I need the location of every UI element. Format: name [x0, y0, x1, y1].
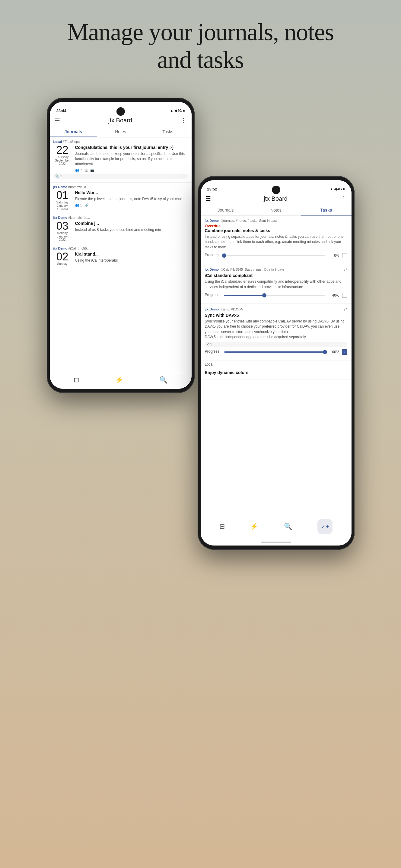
lightning-icon-right[interactable]: ⚡	[250, 523, 258, 530]
entry-4-tag: #iCal, #rfc55...	[68, 247, 90, 250]
entry-1-image-icon: 🖼	[85, 168, 88, 172]
entry-2-collection: jtx Demo	[53, 185, 67, 189]
entry-2-tag: #hotnews, #...	[68, 185, 89, 189]
hero-title: Manage your journals, notes and tasks	[65, 18, 337, 73]
task-2-body: Using the iCal standard ensures compatib…	[205, 279, 347, 290]
tabs-right: Journals Notes Tasks	[201, 205, 351, 216]
entry-1-tag: #FirstSteps	[63, 140, 80, 144]
entry-4-title: iCal stand...	[75, 251, 188, 257]
entry-1-tags: Local #FirstSteps	[53, 140, 188, 144]
status-icons-left: ▲ ◀ 4G ■	[170, 109, 185, 113]
entry-2-time: 4:10 AM	[53, 207, 71, 211]
task-2-track[interactable]	[224, 295, 325, 296]
task-1-checkbox[interactable]	[342, 253, 347, 258]
entry-2-people: 👥 1	[75, 204, 82, 207]
camera-notch-right	[272, 186, 280, 194]
task-3-track[interactable]	[224, 351, 325, 352]
task-3-tags: #sync, #DAVx5	[221, 307, 243, 311]
tabs-left: Journals Notes Tasks	[50, 126, 192, 137]
task-1-title: Combine journals, notes & tasks	[205, 228, 347, 233]
entry-1-date: 22 Thursday September2022	[53, 145, 71, 165]
fab-icon: ✓+	[321, 523, 330, 530]
time-right: 23:52	[207, 187, 217, 191]
task-2-progress: Progress 40%	[205, 291, 347, 301]
hamburger-icon-right[interactable]: ☰	[205, 195, 211, 202]
task-1-progress: Progress 0%	[205, 252, 347, 261]
entry-3-text: Instead of us & tasks you d combine and …	[75, 227, 188, 232]
task-2: jtx Demo #iCal, #rfc5545 Start in past D…	[201, 264, 351, 304]
task-2-meta: jtx Demo #iCal, #rfc5545 Start in past D…	[205, 267, 347, 272]
task-1-pct: 0%	[330, 253, 339, 258]
task-2-sync-icon: ⇄	[344, 267, 347, 272]
entry-3-tags: jtx Demo #journals, #n...	[53, 216, 188, 219]
hamburger-icon-left[interactable]: ☰	[55, 117, 60, 124]
more-icon-left[interactable]: ⋮	[181, 117, 187, 124]
task-3-progress: Progress 100% ✓	[205, 348, 347, 357]
phones-wrapper: 23:44 ▲ ◀ 4G ■ ☰ jtx Board ⋮ Journals No…	[35, 98, 367, 791]
entry-3: jtx Demo #journals, #n... 03 Monday Janu…	[50, 213, 192, 244]
attachment-badge-1: 📎 1	[53, 174, 188, 179]
lightning-icon-left[interactable]: ⚡	[115, 376, 123, 384]
entry-3-date: 03 Monday January2022	[53, 221, 71, 241]
search-icon-left[interactable]: 🔍	[159, 376, 168, 384]
search-icon-right[interactable]: 🔍	[284, 523, 292, 530]
entry-3-day: 03	[53, 221, 71, 231]
camera-notch-left	[116, 107, 125, 116]
tab-notes-left[interactable]: Notes	[97, 126, 144, 137]
phone-left: 23:44 ▲ ◀ 4G ■ ☰ jtx Board ⋮ Journals No…	[47, 98, 195, 393]
last-item-title: Enjoy dynamic colors	[205, 370, 347, 375]
task-1-track[interactable]	[224, 255, 325, 256]
task-3-collection: jtx Demo	[205, 307, 219, 311]
entry-1-text: Journals can be used to keep your notes …	[75, 151, 188, 166]
status-icons-right: ▲ ◀ 4G ■	[330, 187, 345, 191]
task-3: jtx Demo #sync, #DAVx5 ⇄ Sync with DAVx5…	[201, 304, 351, 361]
task-2-pct: 40%	[330, 293, 339, 298]
entry-2: jtx Demo #hotnews, #... 01 Saturday Janu…	[50, 183, 192, 213]
entry-2-footer: 👥 1 🔗	[75, 204, 188, 207]
entry-2-dayname: Saturday	[53, 201, 71, 204]
fab-button[interactable]: ✓+	[317, 519, 333, 534]
last-item: Enjoy dynamic colors	[201, 367, 351, 379]
tab-notes-right[interactable]: Notes	[251, 205, 301, 216]
task-3-pct: 100%	[330, 350, 339, 354]
entry-4-body: iCal stand... Using the iCa interoperabi…	[75, 251, 188, 263]
task-3-progress-label: Progress	[205, 349, 219, 353]
task-2-collection: jtx Demo	[205, 268, 219, 271]
entry-1-dayname: Thursday	[53, 156, 71, 159]
task-1-overdue: Overdue	[205, 224, 347, 228]
entry-4-collection: jtx Demo	[53, 247, 67, 250]
tab-tasks-right[interactable]: Tasks	[301, 205, 351, 216]
entry-2-monthyear: January	[53, 204, 71, 207]
phone-right-screen: 23:52 ▲ ◀ 4G ■ ☰ jtx Board ⋮ Journals No…	[201, 180, 351, 546]
task-3-sync-icon: ⇄	[344, 307, 347, 312]
filter-icon-right[interactable]: ⊟	[219, 523, 225, 530]
app-title-left: jtx Board	[108, 117, 132, 124]
time-left: 23:44	[56, 108, 66, 113]
task-2-progress-label: Progress	[205, 293, 219, 297]
task-3-title: Sync with DAVx5	[205, 313, 347, 318]
entry-2-body: Hello Wor... Elevate the p level, use th…	[75, 190, 188, 207]
entry-4-date: 02 Sunday	[53, 251, 71, 266]
filter-icon-left[interactable]: ⊟	[74, 376, 79, 384]
task-3-meta: jtx Demo #sync, #DAVx5 ⇄	[205, 307, 347, 312]
tab-journals-right[interactable]: Journals	[201, 205, 251, 216]
task-1-body: Instead of using separate apps for journ…	[205, 234, 347, 250]
task-2-checkbox[interactable]	[342, 293, 347, 298]
task-2-title: iCal standard compliant	[205, 273, 347, 278]
entry-4: jtx Demo #iCal, #rfc55... 02 Sunday iCal…	[50, 244, 192, 268]
task-3-body: Synchronize your entries with any compat…	[205, 319, 347, 340]
entry-3-tag: #journals, #n...	[68, 216, 90, 219]
task-1-progress-label: Progress	[205, 253, 219, 257]
tab-tasks-left[interactable]: Tasks	[144, 126, 192, 137]
entry-1-collection: Local	[53, 140, 62, 144]
tab-journals-left[interactable]: Journals	[50, 126, 97, 137]
task-3-checkbox[interactable]: ✓	[342, 349, 347, 355]
task-1-collection: jtx Demo	[205, 219, 219, 222]
home-indicator-right	[201, 539, 351, 546]
entry-1-footer: 👥 7 🖼 📷	[75, 168, 188, 173]
section-label: Local	[201, 361, 351, 367]
more-icon-right[interactable]: ⋮	[341, 195, 347, 202]
entry-1-camera-icon: 📷	[90, 168, 94, 173]
entry-4-text: Using the iCa interoperabili	[75, 258, 188, 263]
entry-2-link-icon: 🔗	[85, 204, 89, 207]
